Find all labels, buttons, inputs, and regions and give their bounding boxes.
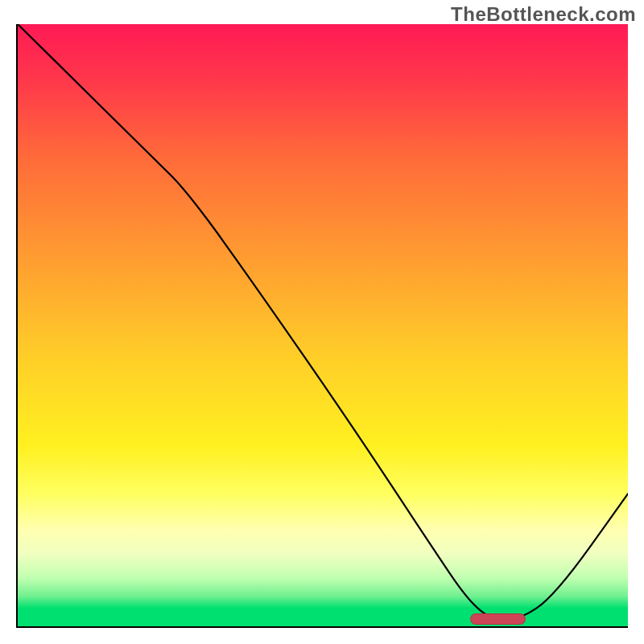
plot-area bbox=[16, 24, 628, 628]
chart-container: TheBottleneck.com bbox=[0, 0, 644, 644]
watermark-text: TheBottleneck.com bbox=[451, 3, 636, 26]
bottleneck-curve bbox=[18, 24, 628, 621]
curve-svg bbox=[18, 24, 628, 626]
optimal-marker bbox=[470, 613, 525, 625]
